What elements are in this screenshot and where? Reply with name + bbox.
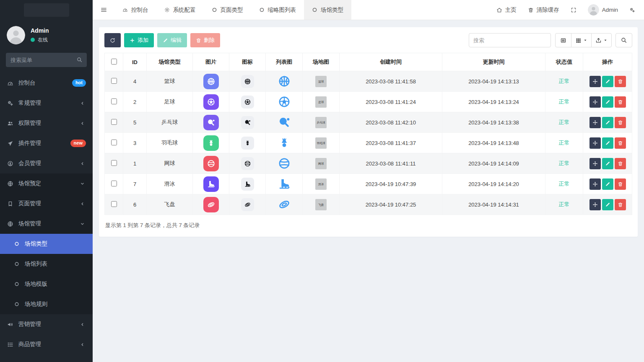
column-header[interactable]: 图标 bbox=[229, 53, 266, 71]
row-checkbox[interactable] bbox=[111, 160, 117, 166]
row-edit-button[interactable] bbox=[602, 199, 613, 210]
row-delete-button[interactable] bbox=[615, 117, 626, 128]
icon-thumbnail[interactable] bbox=[241, 75, 254, 88]
row-delete-button[interactable] bbox=[615, 158, 626, 169]
row-edit-button[interactable] bbox=[602, 158, 613, 169]
column-header[interactable]: 操作 bbox=[583, 53, 632, 71]
tab-venue-type[interactable]: 场馆类型 bbox=[304, 0, 351, 20]
list-image-thumbnail[interactable] bbox=[278, 177, 291, 191]
list-image-thumbnail[interactable] bbox=[278, 136, 291, 150]
column-header[interactable]: 更新时间 bbox=[442, 53, 545, 71]
row-checkbox[interactable] bbox=[111, 119, 117, 125]
row-delete-button[interactable] bbox=[615, 96, 626, 108]
row-checkbox[interactable] bbox=[111, 98, 117, 104]
row-edit-button[interactable] bbox=[602, 96, 613, 108]
sidebar-item-goods[interactable]: 商品管理 bbox=[0, 334, 93, 354]
sidebar-item-venue-list[interactable]: 场馆列表 bbox=[0, 254, 93, 274]
row-edit-button[interactable] bbox=[602, 76, 613, 87]
drag-sort-button[interactable] bbox=[589, 96, 601, 108]
icon-thumbnail[interactable] bbox=[241, 178, 254, 191]
field-map-thumbnail[interactable]: 篮球 bbox=[315, 76, 327, 87]
row-delete-button[interactable] bbox=[615, 178, 626, 190]
tab-page-type[interactable]: 页面类型 bbox=[204, 0, 251, 20]
sidebar-item-general[interactable]: 常规管理 bbox=[0, 93, 93, 113]
add-button[interactable]: 添加 bbox=[124, 33, 154, 47]
image-thumbnail[interactable] bbox=[203, 115, 219, 130]
icon-thumbnail[interactable] bbox=[241, 116, 254, 129]
list-image-thumbnail[interactable] bbox=[278, 75, 291, 88]
sidebar-item-venue-booking[interactable]: 场馆预定 bbox=[0, 173, 93, 194]
icon-thumbnail[interactable] bbox=[241, 157, 254, 170]
row-checkbox[interactable] bbox=[111, 201, 117, 207]
delete-button[interactable]: 删除 bbox=[190, 33, 220, 47]
sidebar-item-venue-manage[interactable]: 场馆管理 bbox=[0, 214, 93, 234]
image-thumbnail[interactable] bbox=[203, 156, 219, 171]
image-thumbnail[interactable] bbox=[203, 176, 219, 192]
icon-thumbnail[interactable] bbox=[241, 198, 254, 211]
image-thumbnail[interactable] bbox=[203, 94, 219, 110]
columns-button[interactable] bbox=[571, 33, 592, 47]
settings-button[interactable] bbox=[629, 7, 635, 13]
home-button[interactable]: 主页 bbox=[496, 6, 517, 14]
icon-thumbnail[interactable] bbox=[241, 96, 254, 109]
row-edit-button[interactable] bbox=[602, 178, 613, 190]
field-map-thumbnail[interactable]: 足球 bbox=[315, 96, 327, 108]
icon-thumbnail[interactable] bbox=[241, 137, 254, 150]
row-delete-button[interactable] bbox=[615, 76, 626, 87]
sidebar-item-auth[interactable]: 权限管理 bbox=[0, 113, 93, 133]
row-checkbox[interactable] bbox=[111, 140, 117, 145]
drag-sort-button[interactable] bbox=[589, 76, 601, 87]
field-map-thumbnail[interactable]: 乒乓球 bbox=[315, 117, 327, 128]
sidebar-item-dashboard[interactable]: 控制台hot bbox=[0, 73, 93, 93]
image-thumbnail[interactable] bbox=[203, 197, 219, 212]
row-edit-button[interactable] bbox=[602, 117, 613, 128]
refresh-button[interactable] bbox=[104, 33, 121, 47]
column-header[interactable]: 创建时间 bbox=[340, 53, 442, 71]
drag-sort-button[interactable] bbox=[589, 137, 601, 149]
column-header[interactable]: 图片 bbox=[193, 53, 229, 71]
list-image-thumbnail[interactable] bbox=[278, 95, 291, 109]
edit-button[interactable]: 编辑 bbox=[157, 33, 187, 47]
field-map-thumbnail[interactable]: 滑冰 bbox=[315, 178, 327, 190]
field-map-thumbnail[interactable]: 飞盘 bbox=[315, 199, 327, 210]
drag-sort-button[interactable] bbox=[589, 199, 601, 210]
select-all-checkbox[interactable] bbox=[111, 59, 117, 65]
sidebar-item-member[interactable]: 会员管理 bbox=[0, 153, 93, 173]
column-header[interactable]: 场地图 bbox=[303, 53, 340, 71]
sidebar-item-marketing[interactable]: 营销管理 bbox=[0, 314, 93, 334]
drag-sort-button[interactable] bbox=[589, 158, 601, 169]
sidebar-item-field-rule[interactable]: 场地规则 bbox=[0, 294, 93, 314]
search-toggle-button[interactable] bbox=[615, 33, 632, 47]
toggle-view-button[interactable] bbox=[555, 33, 571, 47]
drag-sort-button[interactable] bbox=[589, 117, 601, 128]
image-thumbnail[interactable] bbox=[203, 135, 219, 151]
table-search-input[interactable] bbox=[469, 33, 551, 47]
sidebar-item-field-template[interactable]: 场地模版 bbox=[0, 274, 93, 294]
column-header[interactable]: ID bbox=[123, 53, 147, 71]
admin-dropdown[interactable]: Admin bbox=[588, 4, 618, 16]
row-delete-button[interactable] bbox=[615, 137, 626, 149]
list-image-thumbnail[interactable] bbox=[278, 198, 291, 211]
export-button[interactable] bbox=[591, 33, 612, 47]
image-thumbnail[interactable] bbox=[203, 74, 219, 89]
menu-search-input[interactable] bbox=[6, 53, 87, 67]
column-header[interactable]: 场馆类型 bbox=[147, 53, 193, 71]
tab-dashboard[interactable]: 控制台 bbox=[114, 0, 156, 20]
column-header[interactable]: 状态值 bbox=[545, 53, 583, 71]
sidebar-item-page-manage[interactable]: 页面管理 bbox=[0, 194, 93, 214]
hamburger-menu-button[interactable] bbox=[93, 0, 114, 20]
field-map-thumbnail[interactable]: 网球 bbox=[315, 158, 327, 169]
fullscreen-button[interactable] bbox=[571, 7, 576, 13]
row-edit-button[interactable] bbox=[602, 137, 613, 149]
column-header[interactable]: 列表图 bbox=[266, 53, 303, 71]
list-image-thumbnail[interactable] bbox=[278, 116, 291, 129]
sidebar-item-addon[interactable]: 插件管理new bbox=[0, 133, 93, 153]
row-checkbox[interactable] bbox=[111, 181, 117, 186]
tab-system-config[interactable]: 系统配置 bbox=[156, 0, 204, 20]
tab-thumb-list[interactable]: 缩略图列表 bbox=[251, 0, 304, 20]
list-image-thumbnail[interactable] bbox=[278, 157, 291, 170]
avatar[interactable] bbox=[7, 26, 25, 44]
field-map-thumbnail[interactable]: 羽毛球 bbox=[315, 137, 327, 149]
row-checkbox[interactable] bbox=[111, 78, 117, 84]
clear-cache-button[interactable]: 清除缓存 bbox=[528, 6, 559, 14]
